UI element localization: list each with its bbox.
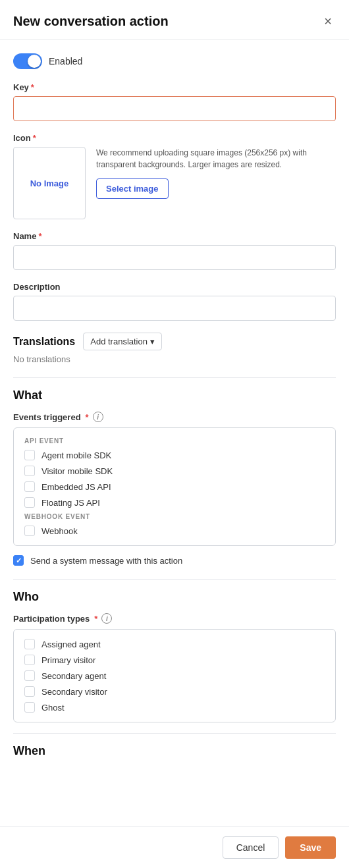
description-label: Description <box>13 282 336 292</box>
description-field-group: Description <box>13 282 336 321</box>
close-button[interactable]: × <box>320 13 336 29</box>
translations-row: Translations Add translation ▾ <box>13 333 336 350</box>
checkbox-webhook-input[interactable] <box>24 526 35 536</box>
checkbox-visitor-mobile-sdk: Visitor mobile SDK <box>24 466 325 476</box>
add-translation-button[interactable]: Add translation ▾ <box>83 333 162 350</box>
floating-js-api-label: Floating JS API <box>41 498 100 508</box>
key-field-group: Key* <box>13 82 336 121</box>
divider-3 <box>13 733 336 734</box>
footer: Cancel Save <box>0 827 349 868</box>
icon-field-group: Icon* No Image We recommend uploading sq… <box>13 133 336 219</box>
translations-group: Translations Add translation ▾ No transl… <box>13 333 336 364</box>
select-image-button[interactable]: Select image <box>96 178 169 199</box>
agent-mobile-sdk-label: Agent mobile SDK <box>41 450 111 460</box>
embedded-js-api-label: Embedded JS API <box>41 482 111 492</box>
who-title: Who <box>13 590 336 604</box>
system-message-row: Send a system message with this action <box>13 555 336 566</box>
toggle-thumb <box>28 55 41 68</box>
icon-preview: No Image <box>13 147 86 219</box>
events-info-icon: i <box>93 412 103 422</box>
checkbox-floating-js-api-input[interactable] <box>24 497 35 508</box>
checkbox-secondary-visitor-input[interactable] <box>24 686 35 697</box>
name-label: Name* <box>13 231 336 241</box>
icon-hint: We recommend uploading square images (25… <box>96 147 336 171</box>
who-section: Who Participation types* i Assigned agen… <box>13 590 336 722</box>
divider-2 <box>13 579 336 580</box>
no-image-text: No Image <box>30 178 69 188</box>
enabled-toggle-row: Enabled <box>13 53 336 69</box>
icon-section: No Image We recommend uploading square i… <box>13 147 336 219</box>
checkbox-embedded-js-api: Embedded JS API <box>24 481 325 492</box>
checkbox-floating-js-api: Floating JS API <box>24 497 325 508</box>
participation-required-marker: * <box>94 614 97 624</box>
header: New conversation action × <box>0 0 349 40</box>
checkbox-visitor-mobile-sdk-input[interactable] <box>24 466 35 476</box>
checkbox-agent-mobile-sdk-input[interactable] <box>24 450 35 460</box>
checkbox-webhook: Webhook <box>24 526 325 536</box>
add-translation-chevron-icon: ▾ <box>150 337 155 346</box>
visitor-mobile-sdk-label: Visitor mobile SDK <box>41 466 113 476</box>
webhook-label: Webhook <box>41 526 78 536</box>
name-field-group: Name* <box>13 231 336 270</box>
when-title: When <box>13 744 336 758</box>
when-section: When <box>13 744 336 758</box>
checkbox-ghost: Ghost <box>24 702 325 713</box>
name-input[interactable] <box>13 245 336 270</box>
save-button[interactable]: Save <box>285 836 336 859</box>
enabled-label: Enabled <box>49 56 82 67</box>
key-label: Key* <box>13 82 336 92</box>
primary-visitor-label: Primary visitor <box>41 655 95 665</box>
add-translation-label: Add translation <box>90 337 148 346</box>
system-message-label: Send a system message with this action <box>30 556 182 566</box>
secondary-agent-label: Secondary agent <box>41 671 106 681</box>
checkbox-assigned-agent-input[interactable] <box>24 639 35 649</box>
enabled-toggle[interactable] <box>13 53 42 69</box>
checkbox-primary-visitor-input[interactable] <box>24 655 35 665</box>
checkbox-assigned-agent: Assigned agent <box>24 639 325 649</box>
icon-info: We recommend uploading square images (25… <box>96 147 336 199</box>
secondary-visitor-label: Secondary visitor <box>41 687 107 697</box>
description-input[interactable] <box>13 296 336 321</box>
page-title: New conversation action <box>13 14 169 29</box>
checkbox-primary-visitor: Primary visitor <box>24 655 325 665</box>
checkbox-secondary-agent: Secondary agent <box>24 670 325 681</box>
api-event-category: API EVENT <box>24 437 325 445</box>
events-box: API EVENT Agent mobile SDK Visitor mobil… <box>13 427 336 546</box>
no-translations-text: No translations <box>13 354 336 364</box>
checkbox-secondary-agent-input[interactable] <box>24 670 35 681</box>
checkbox-ghost-input[interactable] <box>24 702 35 713</box>
key-required-marker: * <box>31 82 34 92</box>
events-triggered-label: Events triggered* i <box>13 412 336 422</box>
participation-info-icon: i <box>101 613 112 624</box>
participation-types-label: Participation types* i <box>13 613 336 624</box>
content: Enabled Key* Icon* No Image We recommend… <box>0 40 349 820</box>
what-title: What <box>13 389 336 402</box>
name-required-marker: * <box>38 231 41 241</box>
translations-title: Translations <box>13 336 75 348</box>
checkbox-embedded-js-api-input[interactable] <box>24 481 35 492</box>
toggle-track[interactable] <box>13 53 42 69</box>
events-required-marker: * <box>86 412 89 422</box>
webhook-event-category: WEBHOOK EVENT <box>24 513 325 520</box>
key-input[interactable] <box>13 96 336 121</box>
system-message-checkbox[interactable] <box>13 555 24 566</box>
checkbox-agent-mobile-sdk: Agent mobile SDK <box>24 450 325 460</box>
ghost-label: Ghost <box>41 703 65 713</box>
divider-1 <box>13 377 336 378</box>
participation-types-box: Assigned agent Primary visitor Secondary… <box>13 629 336 722</box>
icon-required-marker: * <box>33 133 36 143</box>
cancel-button[interactable]: Cancel <box>223 836 279 859</box>
checkbox-secondary-visitor: Secondary visitor <box>24 686 325 697</box>
what-section: What Events triggered* i API EVENT Agent… <box>13 389 336 566</box>
assigned-agent-label: Assigned agent <box>41 639 101 649</box>
icon-label: Icon* <box>13 133 336 143</box>
